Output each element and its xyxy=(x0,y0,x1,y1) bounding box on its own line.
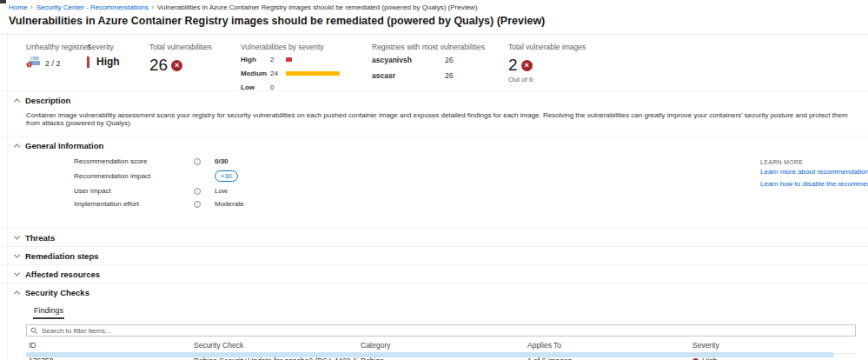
findings-search-box xyxy=(26,324,856,337)
link-label: Learn how to disable the recommendation xyxy=(760,180,868,188)
severity-count: 0 xyxy=(270,83,286,91)
link-label: Learn more about recommendations xyxy=(760,168,868,176)
stat-label: Total vulnerabilities xyxy=(149,43,241,51)
severity-count: 2 xyxy=(270,56,286,63)
chevron-up-icon xyxy=(14,98,20,104)
vulnerable-images-value: 2 xyxy=(508,56,518,75)
section-title: Security Checks xyxy=(25,288,89,297)
breadcrumb: Home › Security Center - Recommendations… xyxy=(0,0,868,11)
section-general-information: General Information Recommendation score… xyxy=(0,136,868,225)
column-header-category[interactable]: Category xyxy=(358,337,525,354)
info-icon[interactable]: i xyxy=(194,188,201,195)
breadcrumb-home-link[interactable]: Home xyxy=(9,3,27,11)
stat-vulnerabilities-by-severity: Vulnerabilities by severity High 2 Mediu… xyxy=(241,43,372,90)
stat-label: Vulnerabilities by severity xyxy=(241,43,372,51)
section-threats-header[interactable]: Threats xyxy=(0,229,868,246)
implementation-effort-value: Moderate xyxy=(215,200,244,208)
screen-edge-artifact xyxy=(0,0,6,3)
general-info-row: Recommendation score i 0/30 xyxy=(74,157,868,165)
general-information-content: Recommendation score i 0/30 Recommendati… xyxy=(0,154,868,225)
registry-name: ascyanivsh xyxy=(372,56,445,64)
registry-row: ascyanivsh 26 xyxy=(372,56,508,64)
registry-name: ascasr xyxy=(372,71,445,80)
recommendation-blade: Home › Security Center - Recommendations… xyxy=(0,0,868,360)
info-label: Implementation effort xyxy=(74,200,194,208)
column-header-id[interactable]: ID xyxy=(26,337,191,354)
severity-name: Medium xyxy=(241,70,270,77)
stat-label: Unhealthy registries xyxy=(26,43,87,51)
chevron-up-icon xyxy=(14,290,20,297)
section-affected-resources: Affected resources xyxy=(0,264,868,283)
section-title: Description xyxy=(25,96,70,105)
disable-recommendation-link[interactable]: Learn how to disable the recommendation xyxy=(760,180,868,188)
severity-breakdown-row: Medium 24 xyxy=(241,70,372,77)
stat-total-vulnerabilities: Total vulnerabilities 26 × xyxy=(149,43,241,90)
stat-unhealthy-registries: Unhealthy registries 2 / 2 xyxy=(26,43,87,90)
column-header-severity[interactable]: Severity xyxy=(690,337,856,354)
section-title: Remediation steps xyxy=(25,251,98,261)
unhealthy-registries-value: 2 / 2 xyxy=(45,59,61,68)
stats-row: Unhealthy registries 2 / 2 Severity xyxy=(0,35,868,90)
info-label: Recommendation impact xyxy=(74,172,194,180)
section-threats: Threats xyxy=(0,228,868,246)
learn-more-heading: LEARN MORE xyxy=(760,159,868,165)
findings-table: ID Security Check Category Applies To Se… xyxy=(26,337,856,354)
section-description: Description Container image vulnerabilit… xyxy=(0,90,868,136)
description-text: Container image vulnerability assessment… xyxy=(0,109,868,136)
user-impact-value: Low xyxy=(215,187,228,195)
learn-more-recommendations-link[interactable]: Learn more about recommendations xyxy=(760,168,868,176)
stat-label: Registries with most vulnerabilities xyxy=(372,43,508,51)
severity-bar xyxy=(286,57,292,62)
chevron-down-icon xyxy=(14,234,20,240)
severity-count: 24 xyxy=(270,70,286,77)
section-security-checks: Security Checks Findings ID Security Che… xyxy=(0,283,868,360)
total-vulnerabilities-value: 26 xyxy=(149,56,168,75)
section-affected-resources-header[interactable]: Affected resources xyxy=(0,265,868,283)
breadcrumb-current-page: Vulnerabilities in Azure Container Regis… xyxy=(157,3,477,11)
stat-severity: Severity High xyxy=(87,43,149,90)
section-description-header[interactable]: Description xyxy=(0,91,868,109)
search-icon xyxy=(30,327,38,335)
section-title: Threats xyxy=(25,233,55,243)
general-info-row: User impact i Low xyxy=(74,187,868,195)
section-remediation-steps-header[interactable]: Remediation steps xyxy=(0,247,868,264)
severity-name: Low xyxy=(241,83,270,91)
section-title: Affected resources xyxy=(25,270,100,279)
breadcrumb-separator: › xyxy=(30,4,32,10)
breadcrumb-separator: › xyxy=(152,4,154,10)
registry-count: 26 xyxy=(445,71,453,80)
chevron-up-icon xyxy=(14,143,20,150)
chevron-down-icon xyxy=(14,252,20,258)
severity-breakdown-row: Low 0 xyxy=(241,83,372,91)
findings-table-header: ID Security Check Category Applies To Se… xyxy=(26,337,856,354)
container-registry-icon xyxy=(26,56,42,71)
info-label: User impact xyxy=(74,187,194,195)
severity-bar-icon xyxy=(87,57,89,68)
horizontal-scrollbar-thumb[interactable] xyxy=(26,352,834,357)
section-security-checks-header[interactable]: Security Checks xyxy=(0,283,868,301)
stat-vulnerable-images: Total vulnerable images 2 × Out of 6 xyxy=(508,43,613,90)
info-label: Recommendation score xyxy=(74,157,194,165)
tab-findings[interactable]: Findings xyxy=(33,306,64,319)
general-info-row: Recommendation impact +30 xyxy=(74,170,868,182)
severity-value: High xyxy=(96,56,120,68)
registry-row: ascasr 26 xyxy=(372,71,508,80)
search-input[interactable] xyxy=(42,327,851,335)
column-header-security-check[interactable]: Security Check xyxy=(191,337,358,354)
info-icon[interactable]: i xyxy=(194,201,201,208)
column-header-applies-to[interactable]: Applies To xyxy=(525,337,690,354)
breadcrumb-recommendations-link[interactable]: Security Center - Recommendations xyxy=(36,3,149,11)
chevron-down-icon xyxy=(14,270,20,277)
learn-more-panel: LEARN MORE Learn more about recommendati… xyxy=(760,159,868,192)
section-remediation-steps: Remediation steps xyxy=(0,246,868,264)
severity-name: High xyxy=(241,56,270,63)
info-icon[interactable]: i xyxy=(194,158,201,165)
severity-breakdown-row: High 2 xyxy=(241,56,372,63)
error-x-icon: × xyxy=(171,60,182,71)
stat-label: Total vulnerable images xyxy=(508,43,613,51)
stat-label: Severity xyxy=(87,43,149,51)
vulnerable-images-subtext: Out of 6 xyxy=(508,76,613,83)
section-general-information-header[interactable]: General Information xyxy=(0,137,868,154)
recommendation-score-value: 0/30 xyxy=(215,157,229,165)
general-info-row: Implementation effort i Moderate xyxy=(74,200,868,208)
